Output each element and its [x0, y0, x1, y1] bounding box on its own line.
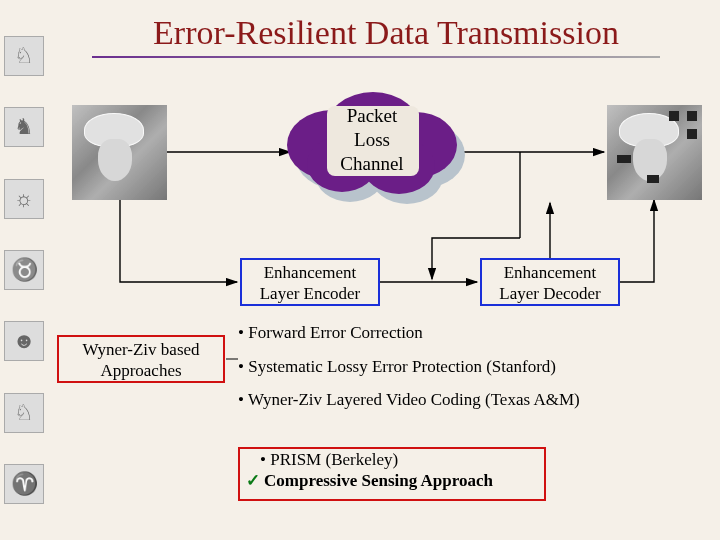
slide-title: Error-Resilient Data Transmission	[52, 14, 720, 52]
bullet-fec: • Forward Error Correction	[238, 320, 708, 346]
pegasus-icon: ♘	[4, 393, 44, 433]
check-icon: ✓	[246, 471, 260, 490]
deer-icon: ♈	[4, 464, 44, 504]
cherub-icon: ☼	[4, 179, 44, 219]
unicorn-icon: ♞	[4, 107, 44, 147]
received-image	[607, 105, 702, 200]
approach-list: • Forward Error Correction • Systematic …	[238, 320, 708, 421]
bullet-compressive-sensing: ✓Compressive Sensing Approach	[246, 470, 538, 491]
packet-loss-channel: PacketLossChannel	[287, 92, 467, 197]
bullet-slep: • Systematic Lossy Error Protection (Sta…	[238, 354, 708, 380]
enhancement-layer-decoder: EnhancementLayer Decoder	[480, 258, 620, 306]
bullet-wzlvc: • Wyner-Ziv Layered Video Coding (Texas …	[238, 387, 708, 413]
enhancement-layer-encoder: EnhancementLayer Encoder	[240, 258, 380, 306]
face-icon: ☻	[4, 321, 44, 361]
bullet-prism: • PRISM (Berkeley)	[260, 450, 538, 470]
slide-content: Error-Resilient Data Transmission	[52, 0, 720, 540]
highlighted-approaches: • PRISM (Berkeley) ✓Compressive Sensing …	[238, 447, 546, 501]
cloud-label: PacketLossChannel	[287, 104, 457, 175]
source-image	[72, 105, 167, 200]
bull-icon: ♉	[4, 250, 44, 290]
wyner-ziv-approaches-label: Wyner-Ziv basedApproaches	[57, 335, 225, 383]
knight-icon: ♘	[4, 36, 44, 76]
decorative-sidebar: ♘ ♞ ☼ ♉ ☻ ♘ ♈	[0, 0, 48, 540]
